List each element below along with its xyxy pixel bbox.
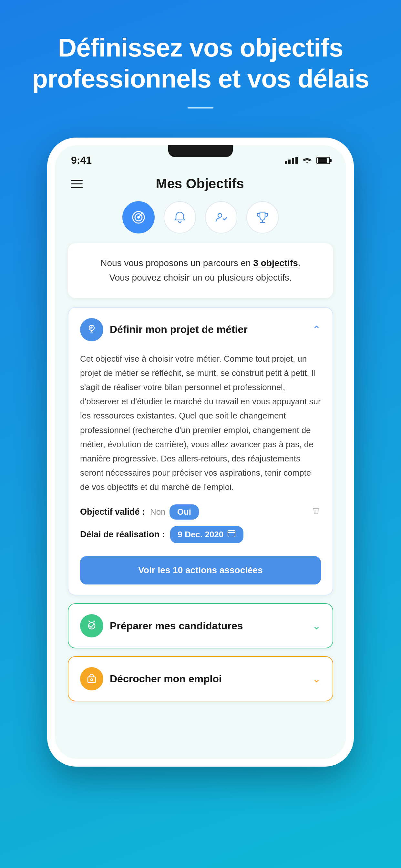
battery-icon	[316, 157, 330, 164]
header-title-line2: professionnels et vos délais	[32, 64, 369, 93]
objective-title-2: Préparer mes candidatures	[110, 620, 306, 632]
objective-icon-1	[80, 318, 103, 341]
objective-title-3: Décrocher mon emploi	[110, 673, 306, 685]
date-badge[interactable]: 9 Dec. 2020	[170, 526, 244, 543]
date-value: 9 Dec. 2020	[178, 530, 224, 539]
header-title-line1: Définissez vos objectifs	[58, 33, 343, 62]
objectif-valide-label: Objectif validé :	[80, 507, 145, 517]
tab-objectifs[interactable]	[122, 201, 155, 234]
tab-trophees[interactable]	[246, 201, 279, 234]
header-section: Définissez vos objectifs professionnels …	[0, 0, 401, 125]
header-title: Définissez vos objectifs professionnels …	[26, 32, 375, 94]
calendar-icon	[227, 529, 236, 540]
app-header: Mes Objectifs	[55, 169, 346, 195]
objective-card-3: Décrocher mon emploi ⌄	[68, 656, 333, 702]
tab-bar	[55, 195, 346, 243]
objective-header-3[interactable]: Décrocher mon emploi ⌄	[68, 657, 333, 701]
phone-frame: 9:41	[47, 137, 354, 767]
objective-body-1: Cet objectif vise à choisir votre métier…	[68, 352, 333, 595]
objective-header-2[interactable]: Préparer mes candidatures ⌄	[68, 604, 333, 648]
chevron-up-icon-1[interactable]: ⌃	[312, 323, 321, 336]
app-title: Mes Objectifs	[156, 176, 244, 191]
tab-suivi[interactable]	[205, 201, 237, 234]
main-content: Nous vous proposons un parcours en 3 obj…	[55, 243, 346, 722]
tab-notifications[interactable]	[164, 201, 196, 234]
delete-icon[interactable]	[311, 506, 321, 518]
objective-card-1: Définir mon projet de métier ⌃ Cet objec…	[68, 307, 333, 596]
svg-point-5	[218, 213, 222, 217]
objective-header-1[interactable]: Définir mon projet de métier ⌃	[68, 308, 333, 352]
toggle-oui[interactable]: Oui	[169, 504, 199, 520]
toggle-group: Non Oui	[150, 504, 306, 520]
objective-card-2: Préparer mes candidatures ⌄	[68, 603, 333, 648]
chevron-down-icon-3[interactable]: ⌄	[312, 673, 321, 685]
objective-description-1: Cet objectif vise à choisir votre métier…	[80, 352, 321, 494]
phone-screen: 9:41	[55, 145, 346, 759]
signal-icon	[285, 157, 298, 164]
svg-rect-11	[88, 677, 96, 683]
svg-point-12	[91, 679, 93, 681]
menu-button[interactable]	[71, 180, 83, 188]
actions-button-1[interactable]: Voir les 10 actions associées	[80, 556, 321, 585]
toggle-non[interactable]: Non	[150, 507, 166, 517]
objectives-link[interactable]: 3 objectifs	[253, 258, 298, 268]
objective-icon-2	[80, 614, 103, 638]
objectif-valide-field: Objectif validé : Non Oui	[80, 504, 321, 520]
intro-card: Nous vous proposons un parcours en 3 obj…	[68, 243, 333, 298]
status-icons	[285, 155, 330, 166]
status-time: 9:41	[71, 154, 92, 166]
objective-title-1: Définir mon projet de métier	[110, 323, 306, 336]
chevron-down-icon-2[interactable]: ⌄	[312, 620, 321, 632]
phone-notch	[168, 145, 233, 157]
delai-label: Délai de réalisation :	[80, 530, 165, 539]
objective-icon-3	[80, 667, 103, 690]
wifi-icon	[302, 155, 312, 166]
delai-field: Délai de réalisation : 9 Dec. 2020	[80, 526, 321, 543]
header-divider	[188, 107, 213, 108]
svg-rect-9	[228, 531, 235, 537]
intro-text: Nous vous proposons un parcours en 3 obj…	[81, 256, 320, 285]
